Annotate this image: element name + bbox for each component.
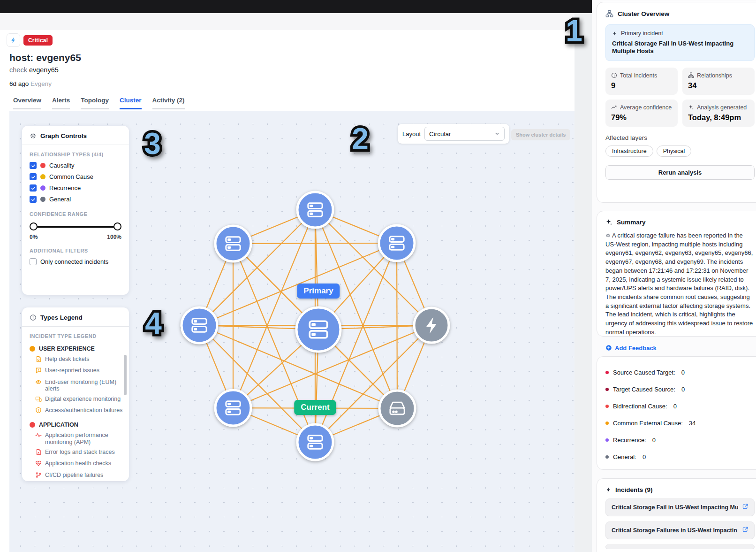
stat-value: 79% (611, 113, 672, 122)
external-link-icon[interactable] (742, 526, 748, 535)
stat-value: 9 (611, 81, 672, 90)
info-icon (611, 72, 617, 78)
relationship-color-dot (605, 455, 609, 459)
graph-controls-title: Graph Controls (40, 132, 87, 139)
graph-node-server[interactable] (297, 192, 333, 228)
cluster-graph-canvas[interactable]: Primary Current Layout Circular Show clu… (9, 111, 575, 552)
tab-bar: Overview Alerts Topology Cluster Activit… (13, 97, 185, 109)
type-label: Common Cause (49, 173, 93, 180)
legend-item-label: Help desk tickets (45, 356, 89, 362)
graph-node-server[interactable] (379, 225, 415, 261)
relationship-stat-row: Bidirectional Cause:0 (605, 403, 755, 410)
relationship-type-common-cause[interactable]: Common Cause (30, 173, 121, 180)
incident-row[interactable]: Critical Storage Failures in US-West Imp… (605, 521, 755, 539)
graph-node-drive[interactable] (379, 391, 415, 426)
relationship-color-dot (605, 405, 609, 408)
legend-item-label: Digital experience monitoring (45, 396, 121, 402)
annotation-3: 3 (136, 121, 169, 164)
relationship-color-dot (605, 388, 609, 391)
confidence-range-slider[interactable] (30, 222, 121, 231)
file-x-icon (35, 449, 42, 455)
incident-row-stub[interactable] (605, 544, 755, 549)
affected-layers: InfrastructurePhysical (605, 146, 755, 157)
group-name: APPLICATION (39, 422, 78, 428)
stat-label: Average confidence (620, 104, 672, 111)
tab-overview[interactable]: Overview (13, 97, 41, 109)
external-icon (742, 503, 748, 510)
tab-alerts[interactable]: Alerts (52, 97, 70, 109)
activity-icon (35, 432, 42, 440)
type-color-dot (40, 185, 45, 191)
meta-line: 6d ago Evgeny (9, 80, 52, 87)
stat-label: Analysis generated (697, 104, 747, 111)
add-feedback-link[interactable]: Add Feedback (605, 345, 755, 352)
legend-item: Error logs and stack traces (35, 449, 124, 457)
legend-item-label: User-reported issues (45, 367, 99, 374)
checkbox-checked[interactable] (30, 184, 37, 192)
rerun-analysis-button[interactable]: Rerun analysis (605, 165, 755, 180)
show-cluster-details-button[interactable]: Show cluster details (511, 129, 570, 140)
git-branch-icon (35, 472, 42, 480)
annotation-1: 1 (557, 8, 591, 52)
panel-divider (575, 0, 593, 552)
external-link-icon[interactable] (742, 503, 748, 512)
tab-topology[interactable]: Topology (81, 97, 109, 109)
types-legend-panel: Types Legend INCIDENT TYPE LEGEND USER E… (22, 307, 129, 481)
layout-select[interactable]: Circular (424, 127, 505, 141)
cluster-overview-card: Cluster Overview Primary incident Critic… (597, 2, 756, 203)
layer-pill-infrastructure: Infrastructure (605, 146, 653, 157)
legend-scrollbar[interactable] (124, 355, 127, 395)
relationship-type-recurrence[interactable]: Recurrence (30, 184, 121, 192)
slider-handle-max[interactable] (113, 222, 121, 230)
tab-activity[interactable]: Activity (2) (152, 97, 185, 109)
legend-group-user-experience: USER EXPERIENCE (30, 345, 124, 352)
group-color-dot (30, 422, 35, 428)
relationship-type-causality[interactable]: Causality (30, 162, 121, 169)
network-icon (688, 72, 694, 78)
type-label: Causality (49, 162, 74, 169)
incident-row[interactable]: Critical Storage Fail in US-West Impacti… (605, 498, 755, 516)
types-legend-title: Types Legend (40, 314, 83, 321)
window-top-bar (0, 0, 592, 13)
legend-item: Application health checks (35, 460, 124, 468)
relationship-value: 0 (673, 403, 677, 410)
type-color-dot (40, 197, 45, 202)
info-icon (30, 314, 37, 321)
checkbox-unchecked[interactable] (30, 258, 37, 265)
only-connected-filter[interactable]: Only connected incidents (30, 258, 121, 265)
check-label: check (9, 66, 27, 74)
relationship-type-general[interactable]: General (30, 196, 121, 203)
stat-grid: Total incidents9Relationships34Average c… (605, 68, 755, 127)
relationship-color-dot (605, 371, 609, 374)
tab-cluster[interactable]: Cluster (120, 97, 142, 109)
relationship-stats-card: Source Caused Target:0Target Caused Sour… (597, 356, 756, 470)
checkbox-checked[interactable] (30, 162, 37, 169)
sparkle-icon (688, 104, 694, 110)
graph-node-server[interactable] (215, 226, 251, 261)
gear-icon (30, 132, 37, 139)
graph-node-server[interactable] (296, 307, 340, 352)
heart-pulse-icon (35, 460, 42, 467)
relationship-stats: Source Caused Target:0Target Caused Sour… (605, 369, 755, 460)
checkbox-checked[interactable] (30, 196, 37, 203)
relationship-color-dot (605, 422, 609, 425)
type-label: General (49, 196, 71, 203)
external-icon (742, 526, 748, 533)
sparkle-icon (605, 219, 612, 226)
slider-handle-min[interactable] (30, 222, 38, 230)
incident-title: Critical Storage Fail in US-West Impacti… (612, 504, 738, 511)
graph-node-zap[interactable] (414, 308, 449, 343)
graph-node-server[interactable] (181, 307, 217, 343)
graph-edge (233, 243, 397, 244)
confidence-range-label: CONFIDENCE RANGE (30, 211, 121, 217)
stat-value: 34 (688, 81, 749, 90)
relationship-label: Target Caused Source: (613, 386, 675, 393)
chevron-down-icon (494, 131, 500, 137)
graph-node-server[interactable] (215, 390, 251, 426)
graph-edge (199, 325, 315, 442)
message-alert-icon (35, 367, 42, 375)
checkbox-checked[interactable] (30, 173, 37, 180)
devices-icon (35, 396, 42, 402)
graph-node-server[interactable] (297, 424, 333, 460)
legend-item-label: Application health checks (45, 460, 111, 467)
